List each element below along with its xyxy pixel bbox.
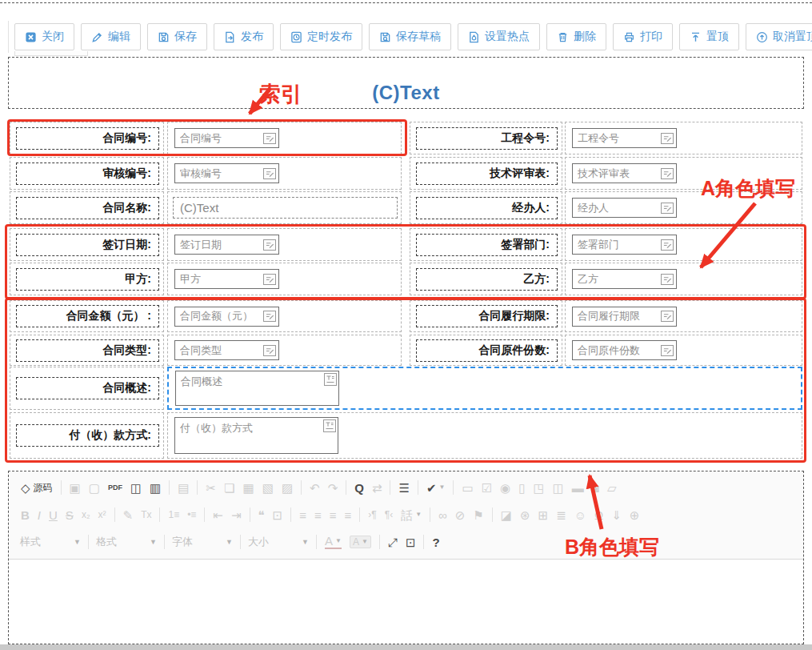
party-a-input[interactable]: 甲方 bbox=[174, 269, 279, 289]
radio-icon[interactable]: ◉ bbox=[500, 482, 510, 494]
contract-amount-input[interactable]: 合同金额（元） bbox=[174, 307, 279, 327]
text-color-icon[interactable]: A▼ bbox=[325, 535, 342, 549]
special-char-icon[interactable]: Ω bbox=[594, 509, 603, 521]
new-page-icon[interactable]: ▢ bbox=[89, 482, 100, 494]
show-blocks-icon[interactable]: ⊡ bbox=[406, 536, 416, 548]
bulleted-list-icon[interactable]: •≡ bbox=[187, 510, 196, 520]
save-draft-button[interactable]: 保存草稿 bbox=[369, 23, 451, 50]
select-field-icon[interactable]: ◫ bbox=[553, 482, 564, 494]
edit-button[interactable]: 编辑 bbox=[81, 23, 141, 50]
format-dropdown[interactable]: 格式▼ bbox=[96, 535, 157, 549]
close-button[interactable]: 关闭 bbox=[14, 23, 74, 50]
input-edit-icon[interactable] bbox=[661, 133, 674, 144]
input-edit-icon[interactable] bbox=[661, 311, 674, 322]
delete-button[interactable]: 删除 bbox=[546, 23, 606, 50]
contract-name-value[interactable]: (C)Text bbox=[173, 197, 398, 219]
checkbox-icon[interactable]: ☑ bbox=[482, 482, 492, 494]
paste-icon[interactable]: ▦ bbox=[243, 482, 254, 494]
bg-color-icon[interactable]: A▼ bbox=[350, 536, 371, 548]
input-edit-icon[interactable] bbox=[263, 133, 276, 144]
rtl-icon[interactable]: ¶‹ bbox=[385, 510, 393, 520]
replace-icon[interactable]: ⇄ bbox=[372, 482, 382, 494]
redo-icon[interactable]: ↷ bbox=[328, 482, 338, 494]
signing-date-input[interactable]: 签订日期 bbox=[174, 235, 279, 255]
export-pdf-icon[interactable]: PDF bbox=[108, 484, 122, 492]
size-dropdown[interactable]: 大小▼ bbox=[248, 535, 309, 549]
payment-method-textarea[interactable]: 付（收）款方式 bbox=[174, 417, 338, 454]
numbered-list-icon[interactable]: 1≡ bbox=[168, 510, 179, 520]
textarea-type-icon[interactable] bbox=[324, 373, 337, 386]
input-edit-icon[interactable] bbox=[661, 274, 674, 285]
align-center-icon[interactable]: ≡ bbox=[314, 509, 322, 521]
preview-icon[interactable]: ◫ bbox=[130, 482, 142, 494]
save-button[interactable]: 保存 bbox=[147, 23, 207, 50]
input-edit-icon[interactable] bbox=[263, 239, 276, 251]
print-button[interactable]: 打印 bbox=[613, 23, 673, 50]
input-edit-icon[interactable] bbox=[661, 239, 674, 251]
spellcheck-icon[interactable]: ✔▼ bbox=[426, 482, 446, 494]
input-edit-icon[interactable] bbox=[661, 168, 674, 179]
publish-button[interactable]: 发布 bbox=[214, 23, 274, 50]
contract-number-input[interactable]: 合同编号 bbox=[174, 128, 279, 148]
performance-period-input[interactable]: 合同履行期限 bbox=[572, 307, 677, 327]
templates-icon[interactable]: ▤ bbox=[178, 482, 189, 494]
form-icon[interactable]: ▭ bbox=[462, 482, 473, 494]
bold-icon[interactable]: B bbox=[21, 509, 30, 521]
contract-type-input[interactable]: 合同类型 bbox=[174, 340, 279, 360]
horizontal-scrollbar[interactable] bbox=[0, 644, 812, 650]
textarea-field-icon[interactable]: ◳ bbox=[533, 482, 544, 494]
hidden-field-icon[interactable]: ▱ bbox=[607, 482, 617, 494]
strikethrough-icon[interactable]: S bbox=[66, 509, 74, 521]
image-button-icon[interactable]: ◙ bbox=[592, 482, 599, 494]
help-icon[interactable]: ? bbox=[432, 536, 439, 548]
link-icon[interactable]: ∞ bbox=[438, 509, 447, 521]
original-copies-input[interactable]: 合同原件份数 bbox=[572, 340, 677, 360]
copy-icon[interactable]: ❏ bbox=[224, 482, 234, 494]
project-order-number-input[interactable]: 工程令号 bbox=[572, 128, 677, 148]
language-icon[interactable]: 話▼ bbox=[401, 509, 422, 521]
underline-icon[interactable]: U bbox=[49, 509, 58, 521]
input-edit-icon[interactable] bbox=[661, 203, 674, 214]
input-edit-icon[interactable] bbox=[263, 274, 276, 285]
copy-format-icon[interactable]: ✎ bbox=[123, 509, 134, 521]
unpin-top-button[interactable]: 取消置顶 bbox=[746, 23, 812, 50]
unlink-icon[interactable]: ⊘ bbox=[455, 509, 466, 521]
input-edit-icon[interactable] bbox=[263, 311, 276, 322]
pin-top-button[interactable]: 置顶 bbox=[679, 23, 739, 50]
print-doc-icon[interactable]: ▥ bbox=[150, 482, 161, 494]
table-icon[interactable]: ⊞ bbox=[538, 509, 549, 521]
maximize-icon[interactable]: ⤢ bbox=[388, 536, 398, 548]
button-field-icon[interactable]: ▬ bbox=[572, 482, 584, 494]
set-hotspot-button[interactable]: 设置热点 bbox=[458, 23, 540, 50]
text-field-icon[interactable]: ▯ bbox=[518, 482, 525, 494]
outdent-icon[interactable]: ⇤ bbox=[213, 509, 223, 521]
blockquote-icon[interactable]: ❝ bbox=[258, 509, 265, 521]
select-all-icon[interactable]: ☰ bbox=[398, 482, 409, 494]
indent-icon[interactable]: ⇥ bbox=[231, 509, 242, 521]
image-icon[interactable]: ◪ bbox=[501, 509, 512, 521]
undo-icon[interactable]: ↶ bbox=[310, 482, 320, 494]
textarea-type-icon[interactable] bbox=[323, 419, 336, 432]
ltr-icon[interactable]: ›¶ bbox=[368, 510, 376, 520]
contract-overview-textarea[interactable]: 合同概述 bbox=[175, 371, 339, 406]
smiley-icon[interactable]: ☺ bbox=[574, 509, 586, 521]
scheduled-publish-button[interactable]: 定时发布 bbox=[280, 23, 362, 50]
div-container-icon[interactable]: ⊡ bbox=[273, 509, 283, 521]
source-icon[interactable]: ◇源码 bbox=[21, 482, 53, 494]
review-number-input[interactable]: 审核编号 bbox=[174, 163, 279, 183]
input-edit-icon[interactable] bbox=[263, 168, 276, 179]
italic-icon[interactable]: I bbox=[38, 509, 41, 521]
input-edit-icon[interactable] bbox=[263, 345, 276, 356]
iframe-icon[interactable]: ⊕ bbox=[630, 509, 640, 521]
paste-text-icon[interactable]: ▧ bbox=[262, 482, 274, 494]
editor-content-area[interactable] bbox=[9, 560, 803, 644]
handler-input[interactable]: 经办人 bbox=[572, 198, 677, 218]
save-doc-icon[interactable]: ▣ bbox=[70, 482, 81, 494]
tech-review-form-input[interactable]: 技术评审表 bbox=[572, 163, 677, 183]
align-left-icon[interactable]: ≡ bbox=[299, 509, 306, 521]
align-justify-icon[interactable]: ≡ bbox=[344, 509, 351, 521]
page-break-icon[interactable]: ⇓ bbox=[611, 509, 622, 521]
paste-word-icon[interactable]: ▨ bbox=[282, 482, 293, 494]
cut-icon[interactable]: ✂ bbox=[206, 482, 216, 494]
styles-dropdown[interactable]: 样式▼ bbox=[20, 535, 81, 549]
